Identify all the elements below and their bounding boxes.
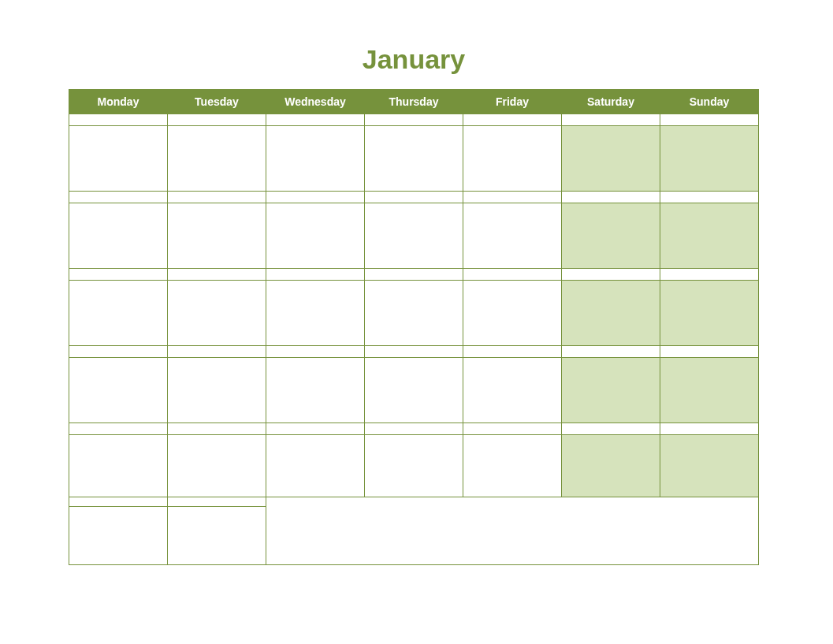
week2-date-row (69, 192, 759, 203)
w3-thu-cell[interactable] (365, 281, 463, 346)
w4-wed-date[interactable] (266, 346, 365, 358)
w4-sun-cell[interactable] (660, 358, 759, 423)
week5-date-row (69, 423, 759, 435)
w1-mon-date[interactable] (69, 114, 168, 126)
day-header-tue: Tuesday (168, 90, 266, 114)
w2-sat-cell[interactable] (562, 203, 660, 269)
w5-wed-date[interactable] (266, 423, 365, 435)
w6-tue-cell[interactable] (168, 507, 266, 565)
week2-body-row (69, 203, 759, 269)
w3-wed-cell[interactable] (266, 281, 365, 346)
week3-body-row (69, 281, 759, 346)
w2-mon-cell[interactable] (69, 203, 168, 269)
w5-sat-cell[interactable] (562, 435, 660, 497)
w3-tue-cell[interactable] (168, 281, 266, 346)
w2-sun-cell[interactable] (660, 203, 759, 269)
w2-wed-cell[interactable] (266, 203, 365, 269)
w3-thu-date[interactable] (365, 269, 463, 281)
w5-sat-date[interactable] (562, 423, 660, 435)
day-header-wed: Wednesday (266, 90, 365, 114)
w5-sun-date[interactable] (660, 423, 759, 435)
w3-fri-cell[interactable] (463, 281, 562, 346)
w2-sun-date[interactable] (660, 192, 759, 203)
w5-fri-date[interactable] (463, 423, 562, 435)
day-header-row: Monday Tuesday Wednesday Thursday Friday… (69, 90, 759, 114)
w2-mon-date[interactable] (69, 192, 168, 203)
w1-mon-cell[interactable] (69, 126, 168, 192)
w6-tue-date[interactable] (168, 497, 266, 507)
w2-thu-cell[interactable] (365, 203, 463, 269)
week1-date-row (69, 114, 759, 126)
w3-sat-date[interactable] (562, 269, 660, 281)
w4-sun-date[interactable] (660, 346, 759, 358)
w6-mon-cell[interactable] (69, 507, 168, 565)
w3-sun-cell[interactable] (660, 281, 759, 346)
w4-thu-date[interactable] (365, 346, 463, 358)
day-header-sat: Saturday (562, 90, 660, 114)
w3-sat-cell[interactable] (562, 281, 660, 346)
week3-date-row (69, 269, 759, 281)
w4-fri-cell[interactable] (463, 358, 562, 423)
w3-wed-date[interactable] (266, 269, 365, 281)
notes-area[interactable]: Notes: (266, 497, 759, 565)
day-header-sun: Sunday (660, 90, 759, 114)
w1-wed-date[interactable] (266, 114, 365, 126)
w4-thu-cell[interactable] (365, 358, 463, 423)
w5-sun-cell[interactable] (660, 435, 759, 497)
w5-tue-cell[interactable] (168, 435, 266, 497)
calendar-table: Monday Tuesday Wednesday Thursday Friday… (69, 89, 759, 565)
w6-mon-date[interactable] (69, 497, 168, 507)
w2-fri-cell[interactable] (463, 203, 562, 269)
week6-date-row: Notes: (69, 497, 759, 507)
w1-sun-date[interactable] (660, 114, 759, 126)
w4-tue-date[interactable] (168, 346, 266, 358)
w3-mon-date[interactable] (69, 269, 168, 281)
w4-sat-cell[interactable] (562, 358, 660, 423)
w1-sat-date[interactable] (562, 114, 660, 126)
w1-thu-cell[interactable] (365, 126, 463, 192)
w2-tue-cell[interactable] (168, 203, 266, 269)
w3-fri-date[interactable] (463, 269, 562, 281)
w5-tue-date[interactable] (168, 423, 266, 435)
week4-date-row (69, 346, 759, 358)
w2-tue-date[interactable] (168, 192, 266, 203)
w2-wed-date[interactable] (266, 192, 365, 203)
w4-sat-date[interactable] (562, 346, 660, 358)
w1-fri-cell[interactable] (463, 126, 562, 192)
day-header-mon: Monday (69, 90, 168, 114)
w1-wed-cell[interactable] (266, 126, 365, 192)
day-header-fri: Friday (463, 90, 562, 114)
w5-wed-cell[interactable] (266, 435, 365, 497)
w1-sat-cell[interactable] (562, 126, 660, 192)
w4-mon-cell[interactable] (69, 358, 168, 423)
day-header-thu: Thursday (365, 90, 463, 114)
w2-fri-date[interactable] (463, 192, 562, 203)
w3-mon-cell[interactable] (69, 281, 168, 346)
w2-thu-date[interactable] (365, 192, 463, 203)
w5-mon-date[interactable] (69, 423, 168, 435)
w3-sun-date[interactable] (660, 269, 759, 281)
w1-thu-date[interactable] (365, 114, 463, 126)
w5-fri-cell[interactable] (463, 435, 562, 497)
w2-sat-date[interactable] (562, 192, 660, 203)
w1-fri-date[interactable] (463, 114, 562, 126)
month-title: January (69, 44, 759, 75)
week5-body-row (69, 435, 759, 497)
w3-tue-date[interactable] (168, 269, 266, 281)
w5-thu-cell[interactable] (365, 435, 463, 497)
week4-body-row (69, 358, 759, 423)
w1-sun-cell[interactable] (660, 126, 759, 192)
calendar-page: January Monday Tuesday Wednesday Thursda… (69, 44, 759, 565)
week1-body-row (69, 126, 759, 192)
w4-mon-date[interactable] (69, 346, 168, 358)
notes-label: Notes: (266, 497, 758, 511)
w4-wed-cell[interactable] (266, 358, 365, 423)
w5-thu-date[interactable] (365, 423, 463, 435)
w5-mon-cell[interactable] (69, 435, 168, 497)
w4-tue-cell[interactable] (168, 358, 266, 423)
w4-fri-date[interactable] (463, 346, 562, 358)
w1-tue-date[interactable] (168, 114, 266, 126)
w1-tue-cell[interactable] (168, 126, 266, 192)
